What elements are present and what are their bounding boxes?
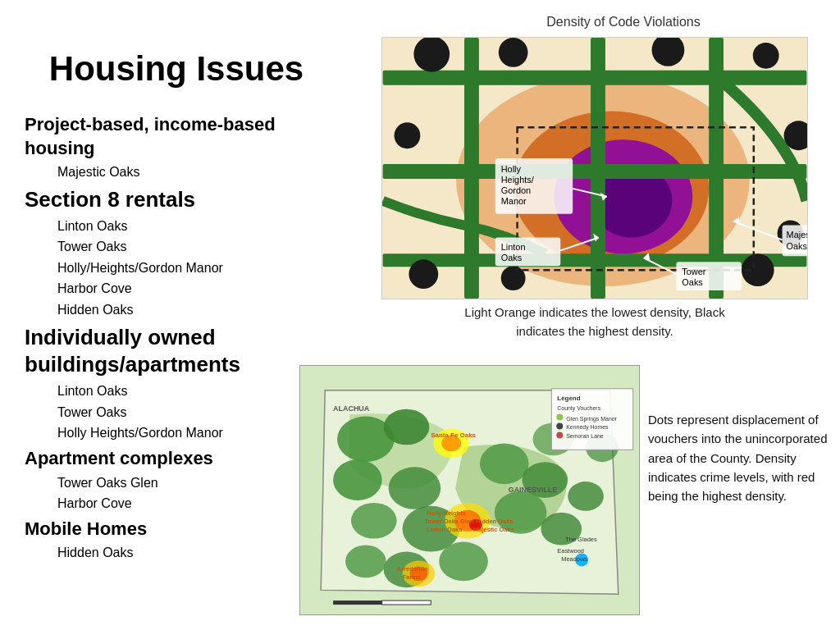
- bottom-map: GAINESVILLE Santa Fe Oaks Holly Heights …: [299, 365, 640, 615]
- svg-point-55: [439, 542, 488, 582]
- section-apartment-complexes: Apartment complexes: [25, 447, 336, 471]
- svg-point-49: [351, 503, 397, 539]
- svg-point-16: [501, 266, 526, 290]
- svg-text:County Vouchers: County Vouchers: [557, 405, 600, 412]
- sub-majestic-oaks-1: Majestic Oaks: [57, 162, 336, 183]
- svg-text:Legend: Legend: [557, 395, 580, 402]
- map-caption: Light Orange indicates the lowest densit…: [381, 304, 808, 340]
- svg-text:GAINESVILLE: GAINESVILLE: [509, 486, 558, 494]
- svg-text:Gordon: Gordon: [501, 185, 531, 195]
- svg-point-12: [499, 38, 528, 67]
- svg-text:Arredondo: Arredondo: [397, 565, 428, 573]
- svg-text:Glen Springs Manor: Glen Springs Manor: [566, 416, 617, 422]
- svg-point-20: [395, 122, 421, 148]
- svg-text:Holly Heights: Holly Heights: [427, 509, 466, 517]
- sub-harbor-cove-1: Harbor Cove: [57, 278, 336, 299]
- sub-holly-heights-1: Holly/Heights/Gordon Manor: [57, 258, 336, 279]
- svg-text:Oaks: Oaks: [787, 241, 807, 251]
- section-8-rentals-header: Section 8 rentals: [25, 186, 336, 214]
- svg-text:Tower: Tower: [682, 267, 705, 276]
- caption-line2: indicates the highest density.: [516, 324, 673, 338]
- sub-linton-oaks-2: Linton Oaks: [57, 381, 336, 402]
- svg-point-11: [413, 38, 450, 72]
- svg-text:Holly: Holly: [501, 164, 522, 174]
- svg-point-58: [568, 482, 604, 511]
- svg-point-57: [345, 546, 386, 578]
- svg-text:Tower Oaks Glen: Tower Oaks Glen: [424, 518, 474, 525]
- svg-text:The Glades: The Glades: [565, 536, 597, 543]
- section-project-based: Project-based, income-based housing: [25, 113, 336, 160]
- svg-text:Santa Fe Oaks: Santa Fe Oaks: [431, 431, 476, 439]
- density-map-svg: Holly Heights/ Gordon Manor Majestic Oak…: [382, 38, 807, 299]
- svg-text:Oaks: Oaks: [682, 277, 703, 287]
- sub-linton-oaks-1: Linton Oaks: [57, 216, 336, 237]
- page-title: Housing Issues: [16, 49, 336, 89]
- top-map-label: Density of Code Violations: [443, 15, 804, 30]
- svg-text:Linton Oaks: Linton Oaks: [427, 526, 462, 533]
- svg-rect-8: [464, 38, 479, 299]
- svg-text:Hidden Oaks: Hidden Oaks: [476, 518, 513, 525]
- svg-text:Semoran Lane: Semoran Lane: [566, 433, 604, 439]
- sub-hidden-oaks-1: Hidden Oaks: [57, 299, 336, 321]
- sub-tower-oaks-glen: Tower Oaks Glen: [57, 472, 336, 494]
- svg-rect-9: [591, 38, 605, 299]
- svg-point-14: [753, 43, 779, 69]
- sub-harbor-cove-2: Harbor Cove: [57, 493, 336, 514]
- svg-text:Majestic Oaks: Majestic Oaks: [473, 526, 514, 533]
- right-description-panel: Dots represent displacement of vouchers …: [648, 410, 829, 505]
- svg-text:Oaks: Oaks: [501, 253, 523, 262]
- sub-holly-heights-2: Holly Heights/Gordon Manor: [57, 422, 336, 444]
- svg-point-89: [556, 431, 563, 438]
- svg-text:Majestic: Majestic: [787, 230, 807, 240]
- svg-text:Kennedy Homes: Kennedy Homes: [566, 424, 609, 431]
- svg-point-47: [333, 459, 382, 500]
- sub-tower-oaks-2: Tower Oaks: [57, 402, 336, 423]
- sub-hidden-oaks-2: Hidden Oaks: [57, 542, 336, 564]
- svg-point-48: [389, 467, 441, 509]
- caption-line1: Light Orange indicates the lowest densit…: [464, 305, 724, 319]
- svg-point-51: [480, 443, 529, 484]
- svg-text:Eastwood: Eastwood: [557, 547, 584, 555]
- displacement-map-svg: GAINESVILLE Santa Fe Oaks Holly Heights …: [300, 366, 639, 614]
- top-map: Holly Heights/ Gordon Manor Majestic Oak…: [381, 37, 808, 299]
- svg-text:Linton: Linton: [501, 242, 526, 252]
- sub-tower-oaks-1: Tower Oaks: [57, 236, 336, 258]
- svg-point-15: [409, 259, 438, 289]
- svg-text:ALACHUA: ALACHUA: [333, 404, 370, 413]
- svg-text:Farms: Farms: [403, 573, 421, 581]
- section-mobile-homes: Mobile Homes: [25, 518, 336, 541]
- left-content-panel: Project-based, income-based housing Maje…: [25, 107, 336, 564]
- svg-text:Meadows: Meadows: [561, 555, 587, 563]
- svg-text:Heights/: Heights/: [501, 175, 535, 185]
- svg-point-85: [556, 414, 563, 421]
- section-individually-owned: Individually owned buildings/apartments: [25, 324, 336, 380]
- svg-point-46: [384, 409, 430, 445]
- svg-rect-92: [382, 600, 431, 605]
- svg-text:Manor: Manor: [501, 196, 527, 206]
- svg-rect-91: [333, 600, 382, 605]
- svg-point-87: [556, 423, 563, 430]
